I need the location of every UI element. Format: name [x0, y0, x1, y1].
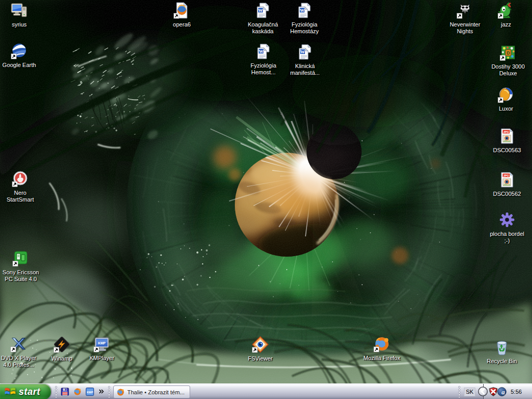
svg-text:JPG: JPG — [503, 130, 509, 134]
svg-text:KMP: KMP — [98, 341, 106, 345]
svg-text:W: W — [258, 8, 263, 13]
svg-text:W: W — [300, 8, 304, 13]
svg-text:KMP: KMP — [87, 391, 94, 394]
svg-text:a: a — [501, 388, 505, 396]
svg-text:JPG: JPG — [503, 174, 509, 177]
svg-text:W: W — [300, 49, 305, 55]
svg-text:D: D — [507, 50, 510, 56]
svg-text:W: W — [259, 49, 263, 54]
